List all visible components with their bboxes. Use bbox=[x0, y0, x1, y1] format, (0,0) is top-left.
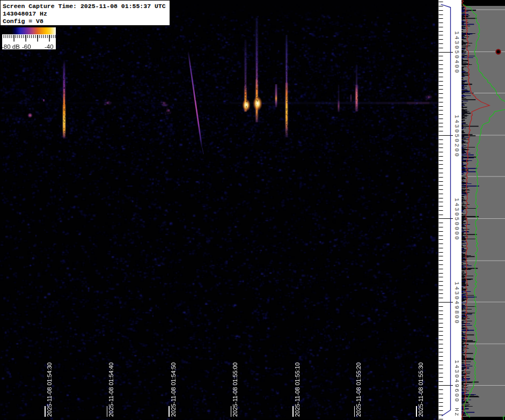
svg-text:-40: -40 bbox=[45, 43, 54, 50]
svg-text:-80 dB: -80 dB bbox=[2, 43, 20, 50]
svg-text:-60: -60 bbox=[22, 43, 31, 50]
